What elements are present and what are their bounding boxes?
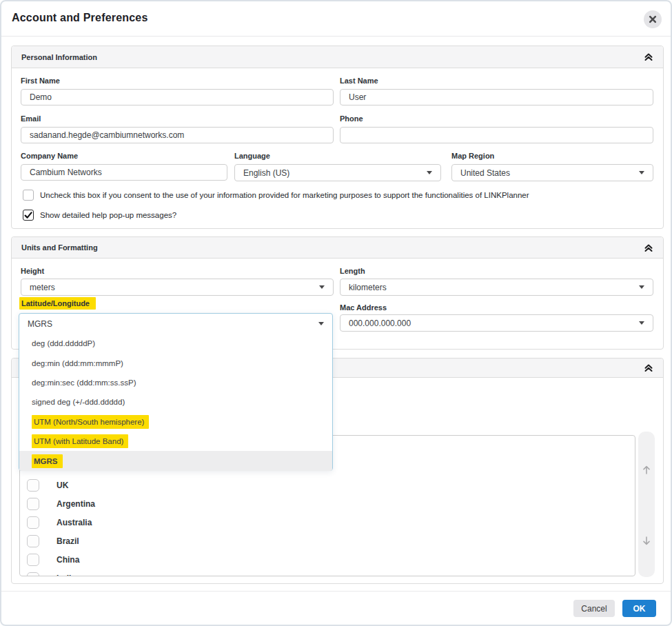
- country-label: UK: [57, 481, 68, 490]
- option-label-highlighted: MGRS: [32, 454, 63, 468]
- scroll-down-icon[interactable]: [642, 536, 651, 549]
- dropdown-option[interactable]: UTM (North/South hemisphere): [19, 412, 332, 432]
- check-icon: [24, 212, 32, 219]
- map-region-label: Map Region: [451, 152, 494, 160]
- country-label: China: [57, 555, 79, 565]
- personal-section-header[interactable]: Personal Information: [12, 46, 663, 68]
- latlong-value: MGRS: [28, 319, 52, 329]
- country-row: Argentina: [20, 494, 635, 513]
- language-value: English (US): [243, 168, 289, 178]
- option-label-highlighted: UTM (North/South hemisphere): [32, 415, 149, 429]
- marketing-consent-row: Uncheck this box if you consent to the u…: [23, 190, 529, 201]
- mac-address-label: Mac Address: [340, 303, 387, 312]
- option-label-highlighted: UTM (with Latitude Band): [32, 434, 128, 448]
- latlong-combobox-open: MGRS deg (ddd.dddddP) deg:min (ddd:mm:mm…: [19, 313, 333, 471]
- phone-input[interactable]: [340, 127, 653, 143]
- length-label: Length: [340, 267, 365, 275]
- length-select[interactable]: kilometers: [340, 279, 653, 296]
- close-icon: [649, 15, 657, 23]
- help-popup-label: Show detailed help pop-up messages?: [40, 211, 176, 219]
- footer-divider: [1, 591, 671, 592]
- option-label: deg:min (ddd:mm:mmmP): [32, 359, 123, 367]
- units-section-header[interactable]: Units and Formatting: [12, 237, 663, 259]
- last-name-input[interactable]: User: [340, 89, 653, 105]
- country-row: Australia: [20, 513, 635, 532]
- chevron-down-icon: [427, 171, 432, 174]
- scroll-up-icon[interactable]: [642, 465, 651, 478]
- company-name-input[interactable]: Cambium Networks: [21, 164, 227, 181]
- country-label: India: [57, 574, 76, 577]
- country-checkbox[interactable]: [27, 572, 39, 577]
- email-input[interactable]: sadanand.hegde@cambiumnetworks.com: [21, 127, 334, 143]
- phone-label: Phone: [340, 114, 363, 123]
- option-label: signed deg (+/-ddd.ddddd): [32, 398, 125, 406]
- first-name-label: First Name: [21, 77, 60, 85]
- country-row: UK: [20, 476, 635, 494]
- option-label: deg:min:sec (ddd:mm:ss.ssP): [32, 378, 136, 387]
- units-section-title: Units and Formatting: [21, 243, 98, 252]
- account-preferences-dialog: Account and Preferences Personal Informa…: [0, 0, 672, 626]
- height-label: Height: [21, 267, 44, 275]
- height-select[interactable]: meters: [21, 279, 334, 296]
- dropdown-option[interactable]: signed deg (+/-ddd.ddddd): [19, 392, 332, 412]
- chevron-down-icon: [318, 322, 324, 325]
- country-checkbox[interactable]: [27, 498, 39, 510]
- country-label: Australia: [57, 518, 92, 527]
- chevron-down-icon: [319, 285, 325, 289]
- mac-address-select[interactable]: 000.000.000.000: [340, 314, 653, 332]
- section-personal-information: Personal Information First Name Demo Las…: [11, 46, 664, 229]
- header-divider: [1, 36, 671, 37]
- first-name-input[interactable]: Demo: [21, 89, 334, 105]
- map-region-select[interactable]: United States: [451, 164, 653, 181]
- country-checkbox[interactable]: [27, 554, 39, 566]
- last-name-label: Last Name: [340, 77, 378, 85]
- language-select[interactable]: English (US): [234, 164, 441, 181]
- chevron-down-icon: [639, 171, 644, 174]
- dropdown-option[interactable]: deg:min (ddd:mm:mmmP): [19, 353, 332, 372]
- country-row: Brazil: [20, 532, 635, 550]
- help-popup-checkbox[interactable]: [23, 210, 34, 221]
- latlong-label: Latitude/Longitude: [19, 299, 96, 307]
- country-checkbox[interactable]: [27, 516, 39, 529]
- ok-button[interactable]: OK: [622, 600, 656, 617]
- map-region-value: United States: [460, 168, 510, 178]
- company-name-label: Company Name: [21, 152, 78, 160]
- chevron-down-icon: [639, 285, 644, 289]
- mac-address-value: 000.000.000.000: [349, 319, 411, 328]
- help-popup-row: Show detailed help pop-up messages?: [23, 210, 176, 221]
- latlong-label-highlight: Latitude/Longitude: [19, 297, 96, 310]
- collapse-icon[interactable]: [644, 52, 653, 61]
- personal-section-title: Personal Information: [21, 53, 97, 61]
- height-value: meters: [30, 283, 55, 292]
- country-checkbox[interactable]: [27, 479, 39, 492]
- marketing-consent-label: Uncheck this box if you consent to the u…: [40, 191, 529, 199]
- country-label: Brazil: [57, 536, 79, 546]
- collapse-icon[interactable]: [644, 243, 653, 252]
- country-row: India: [20, 569, 635, 576]
- dropdown-option[interactable]: deg:min:sec (ddd:mm:ss.ssP): [19, 373, 332, 392]
- option-label: deg (ddd.dddddP): [32, 339, 95, 347]
- cancel-button[interactable]: Cancel: [573, 600, 615, 617]
- chevron-down-icon: [639, 321, 644, 325]
- length-value: kilometers: [349, 283, 387, 292]
- dropdown-option[interactable]: deg (ddd.dddddP): [19, 334, 332, 353]
- email-label: Email: [21, 114, 41, 123]
- country-row: China: [20, 550, 635, 569]
- latlong-combobox[interactable]: MGRS: [19, 314, 332, 334]
- country-label: Argentina: [57, 499, 95, 509]
- collapse-icon[interactable]: [644, 363, 653, 372]
- close-button[interactable]: [644, 10, 662, 28]
- dropdown-option-selected[interactable]: MGRS: [19, 451, 332, 470]
- dropdown-option[interactable]: UTM (with Latitude Band): [19, 432, 332, 451]
- dialog-title: Account and Preferences: [12, 12, 148, 24]
- marketing-consent-checkbox[interactable]: [23, 190, 34, 201]
- country-list-scrollbar[interactable]: [638, 432, 655, 577]
- country-checkbox[interactable]: [27, 535, 39, 547]
- language-label: Language: [234, 152, 270, 160]
